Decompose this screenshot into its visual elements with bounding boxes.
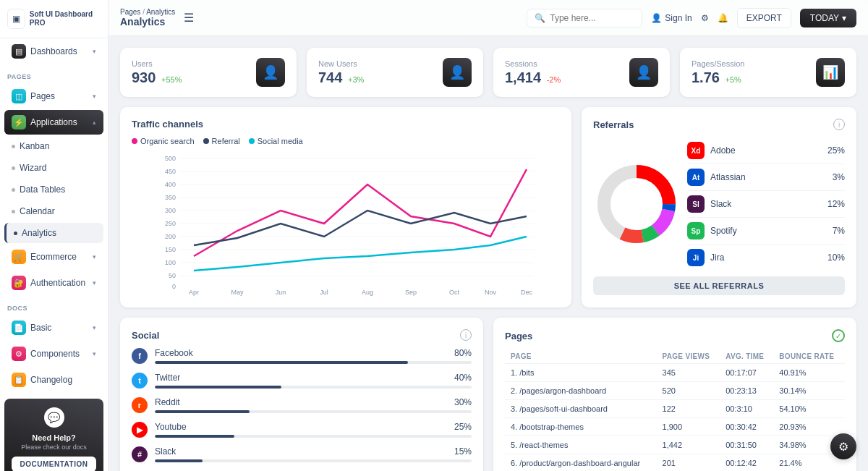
topbar: Pages / Analytics Analytics ☰ 🔍 👤 Sign I… [109,0,868,36]
social-info-slack: Slack 15% [155,446,472,462]
breadcrumb: Pages / Analytics Analytics [120,8,175,27]
stat-icon-new-users: 👤 [443,58,472,87]
stat-card-new-users: New Users 744 +3% 👤 [307,48,483,97]
stat-value: 1,414 [505,69,541,85]
basic-icon: 📄 [12,321,26,335]
referrals-card: Referrals i [582,107,856,307]
progress-bar-twitter [155,386,472,389]
sidebar-item-ecommerce[interactable]: 🛒 Ecommerce ▾ [4,245,103,269]
info-icon-social[interactable]: i [460,329,472,341]
legend-dot-referral [203,138,209,144]
referral-name: Spotify [710,226,737,236]
social-info-reddit: Reddit 30% [155,397,472,413]
sidebar-logo: ▣ Soft UI Dashboard PRO [0,0,108,38]
cell-bounce: 40.91% [773,364,845,382]
need-help-icon: 💬 [44,407,64,428]
social-name-row: Reddit 30% [155,397,472,407]
stat-info-new-users: New Users 744 +3% [318,59,364,86]
referral-pct: 10% [827,253,845,263]
cell-time: 00:12:42 [720,454,773,472]
social-name: Facebook [155,348,193,358]
sidebar-item-kanban[interactable]: Kanban [4,136,103,156]
stat-label: New Users [318,59,364,68]
chevron-down-icon: ▾ [93,253,96,260]
sidebar-item-label: Changelog [30,375,72,385]
topbar-left: Pages / Analytics Analytics ☰ [120,8,194,27]
social-info-youtube: Youtube 25% [155,422,472,438]
logo-text: Soft UI Dashboard PRO [30,10,101,27]
y-label: 500 [165,155,176,162]
check-icon: ✓ [832,329,845,342]
sidebar-item-label: Pages [30,91,55,101]
export-button[interactable]: EXPORT [737,8,791,28]
referral-item-atlassian: At Atlassian 3% [687,164,845,191]
sidebar-item-pages[interactable]: ◫ Pages ▾ [4,84,103,109]
referral-pct: 7% [833,226,845,236]
sidebar-item-applications[interactable]: ⚡ Applications ▴ [4,110,103,135]
sidebar-item-label: Components [30,349,80,359]
youtube-icon: ▶ [132,422,148,438]
auth-icon: 🔐 [12,276,26,290]
today-button[interactable]: TODAY ▾ [800,9,856,27]
sidebar-item-calendar[interactable]: Calendar [4,201,103,221]
cell-page: 6. /product/argon-dashboard-angular [505,454,657,472]
stat-value: 1.76 [692,69,720,85]
sidebar-item-analytics[interactable]: Analytics [4,223,103,243]
progress-fill-facebook [155,361,408,364]
cell-bounce: 20.93% [773,418,845,436]
chevron-down-icon: ▾ [93,279,96,287]
donut-chart [593,161,680,247]
sidebar-item-data-tables[interactable]: Data Tables [4,179,103,200]
stat-value-row: 1,414 -2% [505,69,561,86]
section-docs-label: DOCS [0,296,108,315]
sidebar-item-label: Data Tables [20,184,65,195]
sidebar-item-basic[interactable]: 📄 Basic ▾ [4,315,103,340]
pages-card-header: Pages ✓ [505,329,845,342]
info-icon[interactable]: i [833,119,845,130]
social-info-facebook: Facebook 80% [155,348,472,364]
legend-referral: Referral [203,137,240,145]
x-label: May [231,289,244,296]
notifications-action[interactable]: 🔔 [718,13,728,23]
x-label: Sep [405,289,417,296]
stat-value-row: 1.76 +5% [692,69,744,86]
stat-value-row: 744 +3% [318,69,364,86]
hamburger-icon[interactable]: ☰ [184,11,194,25]
social-title: Social [132,330,159,341]
nav-dot [12,188,15,192]
social-item-reddit: r Reddit 30% [132,397,472,413]
social-pct: 40% [454,373,472,383]
settings-fab-button[interactable]: ⚙ [830,433,856,459]
sidebar-item-wizard[interactable]: Wizard [4,158,103,178]
adobe-logo: Xd [687,142,705,159]
sidebar-item-authentication[interactable]: 🔐 Authentication ▾ [4,271,103,295]
referrals-card-header: Referrals i [593,119,845,130]
referral-name: Jira [710,253,724,263]
progress-bar-youtube [155,435,472,438]
settings-action[interactable]: ⚙ [701,13,709,23]
col-time: AVG. TIME [720,349,773,364]
referral-left: Xd Adobe [687,142,736,159]
referral-left: At Atlassian [687,169,746,186]
cell-page: 3. /pages/soft-ui-dashboard [505,400,657,418]
see-all-referrals-button[interactable]: SEE ALL REFERRALS [593,276,845,295]
stat-label: Sessions [505,59,561,68]
search-input[interactable] [550,13,634,23]
referral-name: Slack [710,199,731,209]
nav-dot [12,210,15,213]
social-name-row: Facebook 80% [155,348,472,358]
cell-views: 520 [657,382,720,400]
sidebar-item-dashboards[interactable]: ▤ Dashboards ▾ [4,39,103,64]
legend-label-referral: Referral [212,137,240,145]
x-label: Nov [485,289,497,296]
stat-value: 930 [132,69,156,85]
cell-views: 201 [657,454,720,472]
sidebar-item-components[interactable]: ⚙ Components ▾ [4,341,103,366]
chevron-down-icon: ▾ [93,350,96,357]
sidebar-item-changelog[interactable]: 📋 Changelog [4,368,103,392]
sign-in-action[interactable]: 👤 Sign In [651,13,692,23]
traffic-chart-area: 500 450 400 350 300 250 200 150 100 50 0… [132,151,560,296]
stat-label: Users [132,59,182,68]
bell-icon: 🔔 [718,13,728,23]
documentation-button[interactable]: DOCUMENTATION [12,457,96,471]
